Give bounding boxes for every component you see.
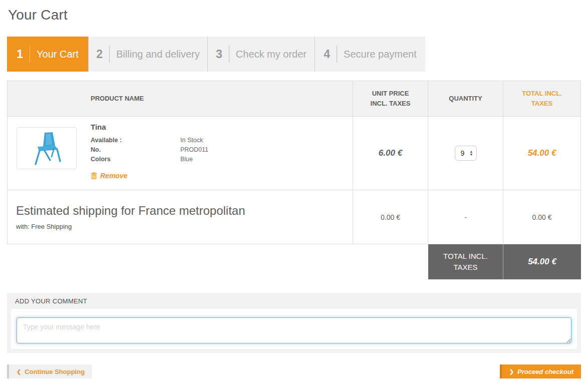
shipping-carrier: with: Free Shipping: [16, 223, 353, 230]
total-price-value: 54.00 €: [528, 148, 556, 158]
grand-total-label: TOTAL INCL. TAXES: [428, 244, 503, 279]
grand-total-bar: TOTAL INCL. TAXES 54.00 €: [428, 244, 581, 279]
step-number: 1: [17, 48, 23, 61]
unit-price-value: 6.00 €: [379, 148, 402, 158]
quantity-value: 9: [461, 149, 470, 157]
step-divider: [229, 46, 229, 63]
blue-chair-image: [23, 130, 71, 166]
checkout-steps: 1 Your Cart 2 Billing and delivery 3 Che…: [7, 37, 425, 72]
cart-table: PRODUCT NAME UNIT PRICE INCL. TAXES QUAN…: [7, 81, 581, 244]
shipping-total-cell: 0.00 €: [503, 190, 580, 244]
shipping-unit-price-cell: 0.00 €: [353, 190, 428, 244]
chevron-left-icon: ❮: [17, 368, 21, 375]
shipping-quantity: -: [464, 213, 467, 221]
chevron-right-icon: ❯: [509, 368, 514, 375]
product-image[interactable]: [17, 127, 77, 169]
shipping-total: 0.00 €: [532, 213, 552, 221]
attribute-value: In Stock: [180, 136, 208, 145]
proceed-checkout-label: Proceed checkout: [517, 368, 573, 375]
shipping-quantity-cell: -: [428, 190, 503, 244]
continue-shopping-label: Continue Shopping: [25, 368, 85, 375]
comment-section: ADD YOUR COMMENT: [7, 293, 581, 353]
step-label: Your Cart: [37, 49, 79, 60]
product-cell: Tina Available : In Stock No. PROD011 Co…: [8, 117, 353, 190]
unit-price-cell: 6.00 €: [353, 117, 428, 190]
attribute-value: PROD011: [180, 145, 208, 155]
shipping-title: Estimated shipping for France metropolit…: [16, 204, 353, 218]
step-check-my-order[interactable]: 3 Check my order: [207, 37, 315, 72]
attribute-label: No.: [91, 145, 180, 155]
shipping-cell: Estimated shipping for France metropolit…: [8, 190, 353, 244]
step-divider: [30, 46, 30, 63]
proceed-checkout-button[interactable]: ❯ Proceed checkout: [500, 364, 581, 378]
step-secure-payment[interactable]: 4 Secure payment: [315, 37, 425, 72]
comment-body: [11, 309, 577, 349]
comment-textarea[interactable]: [17, 317, 571, 343]
product-attribute: Available : In Stock: [91, 136, 208, 145]
quantity-stepper[interactable]: 9 ▲ ▼: [455, 146, 477, 161]
stepper-arrows: ▲ ▼: [470, 150, 473, 156]
product-info: Tina Available : In Stock No. PROD011 Co…: [91, 123, 208, 180]
step-label: Billing and delivery: [116, 49, 200, 60]
grand-total-value: 54.00 €: [503, 244, 581, 279]
comment-heading: ADD YOUR COMMENT: [7, 293, 581, 309]
step-number: 4: [324, 48, 330, 61]
header-product-name: PRODUCT NAME: [8, 81, 353, 116]
remove-link[interactable]: Remove: [91, 172, 127, 180]
product-attribute: No. PROD011: [91, 145, 208, 155]
header-total: TOTAL INCL. TAXES: [503, 81, 580, 116]
header-quantity: QUANTITY: [428, 81, 503, 116]
continue-shopping-button[interactable]: ❮ Continue Shopping: [7, 364, 92, 378]
step-label: Secure payment: [344, 49, 417, 60]
page-title: Your Cart: [8, 7, 581, 23]
remove-label: Remove: [100, 172, 127, 180]
shipping-unit-price: 0.00 €: [381, 213, 400, 221]
cart-actions: ❮ Continue Shopping ❯ Proceed checkout: [7, 364, 581, 378]
attribute-value: Blue: [180, 155, 208, 164]
product-row: Tina Available : In Stock No. PROD011 Co…: [8, 117, 580, 190]
attribute-label: Colors: [91, 155, 180, 164]
header-unit-price: UNIT PRICE INCL. TAXES: [353, 81, 428, 116]
quantity-cell: 9 ▲ ▼: [428, 117, 503, 190]
step-number: 2: [96, 48, 103, 61]
shipping-row: Estimated shipping for France metropolit…: [8, 190, 580, 244]
attribute-label: Available :: [91, 136, 180, 145]
stepper-down-icon[interactable]: ▼: [470, 153, 473, 156]
step-divider: [337, 46, 337, 63]
step-divider: [109, 46, 110, 63]
trash-icon: [91, 172, 97, 180]
product-name: Tina: [91, 123, 208, 131]
cart-table-header: PRODUCT NAME UNIT PRICE INCL. TAXES QUAN…: [8, 81, 580, 117]
product-attribute: Colors Blue: [91, 155, 208, 164]
step-number: 3: [216, 48, 222, 61]
step-label: Check my order: [236, 49, 307, 60]
step-your-cart[interactable]: 1 Your Cart: [7, 37, 88, 72]
step-billing-and-delivery[interactable]: 2 Billing and delivery: [88, 37, 207, 72]
total-price-cell: 54.00 €: [503, 117, 580, 190]
